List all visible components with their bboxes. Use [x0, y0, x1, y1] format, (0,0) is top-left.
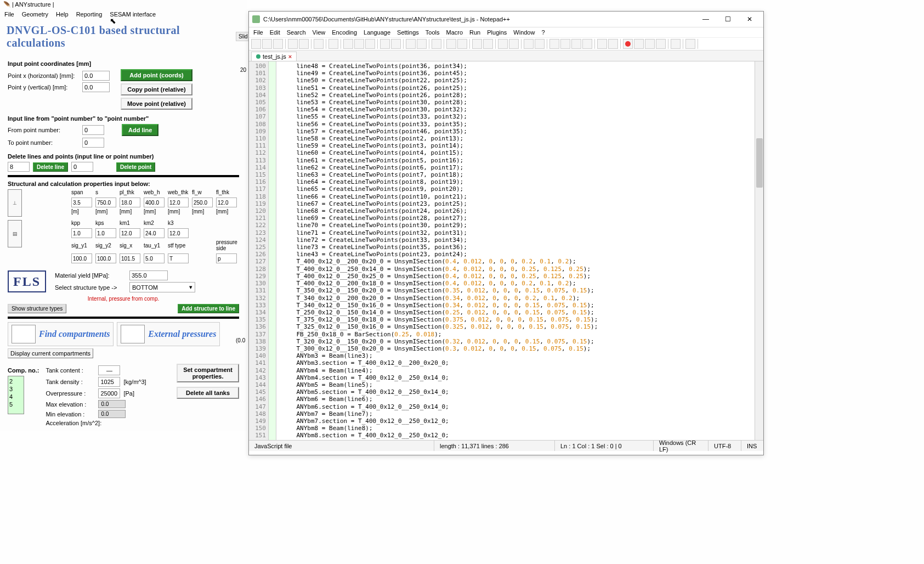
set-compartment-button[interactable]: Set compartment properties.: [177, 364, 239, 382]
px-input[interactable]: [82, 71, 110, 81]
file-tab[interactable]: test_js.js ×: [251, 52, 297, 61]
list-item[interactable]: 3: [9, 385, 22, 393]
editor[interactable]: 100 101 102 103 104 105 106 107 108 109 …: [249, 61, 763, 440]
tank-content-dropdown[interactable]: —: [98, 365, 120, 375]
toolbar-icon[interactable]: [343, 39, 353, 49]
toolbar-icon[interactable]: [597, 39, 607, 49]
prop-input[interactable]: [120, 253, 140, 263]
toolbar-icon[interactable]: [446, 39, 456, 49]
toolbar-icon[interactable]: [645, 39, 655, 49]
toolbar-icon[interactable]: [251, 39, 261, 49]
toolbar-icon[interactable]: [273, 39, 283, 49]
toolbar-icon[interactable]: [406, 39, 416, 49]
prop-input[interactable]: [168, 228, 189, 238]
delete-point-input[interactable]: [71, 162, 93, 172]
menu-sesam-interface[interactable]: SESAM interface: [110, 11, 156, 18]
npp-menu-item[interactable]: Settings: [397, 29, 419, 36]
npp-menu-item[interactable]: Edit: [270, 29, 280, 36]
menu-file[interactable]: File: [4, 11, 14, 18]
prop-input[interactable]: [71, 228, 92, 238]
npp-title-bar[interactable]: C:\Users\nmm000756\Documents\GitHub\ANYs…: [249, 12, 763, 27]
npp-menu-item[interactable]: Macro: [446, 29, 463, 36]
prop-input[interactable]: [120, 228, 140, 238]
npp-menu-item[interactable]: ?: [541, 29, 545, 36]
npp-menu-item[interactable]: Window: [513, 29, 535, 36]
show-structure-types-button[interactable]: Show structure types: [8, 304, 66, 313]
delete-line-input[interactable]: [8, 162, 30, 172]
copy-point-button[interactable]: Copy point (relative): [121, 83, 192, 95]
toolbar-icon[interactable]: [560, 39, 570, 49]
prop-input[interactable]: [71, 198, 92, 207]
prop-input[interactable]: [168, 253, 189, 263]
overpressure-input[interactable]: [98, 388, 120, 398]
toolbar-icon[interactable]: [608, 39, 618, 49]
record-macro-icon[interactable]: [623, 39, 633, 49]
toolbar-icon[interactable]: [549, 39, 559, 49]
close-button[interactable]: ✕: [739, 13, 760, 25]
code-area[interactable]: line48 = CreateLineTwoPoints(point36, po…: [276, 61, 755, 440]
toolbar-icon[interactable]: [509, 39, 519, 49]
toolbar-icon[interactable]: [365, 39, 375, 49]
toolbar-icon[interactable]: [262, 39, 272, 49]
prop-input[interactable]: [95, 228, 116, 238]
scroll-thumb[interactable]: [756, 138, 763, 188]
toolbar-icon[interactable]: [634, 39, 644, 49]
npp-menu-item[interactable]: View: [313, 29, 326, 36]
prop-input[interactable]: [95, 198, 116, 207]
npp-menu-item[interactable]: Plugins: [487, 29, 507, 36]
tab-close-icon[interactable]: ×: [288, 53, 292, 60]
add-point-button[interactable]: Add point (coords): [121, 69, 192, 81]
tank-density-input[interactable]: [98, 377, 120, 387]
toolbar-icon[interactable]: [571, 39, 581, 49]
prop-input[interactable]: [120, 198, 140, 207]
add-line-button[interactable]: Add line: [122, 124, 158, 136]
toolbar-icon[interactable]: [457, 39, 467, 49]
prop-input[interactable]: [144, 198, 165, 207]
move-point-button[interactable]: Move point (relative): [121, 98, 192, 110]
toolbar-icon[interactable]: [288, 39, 298, 49]
struct-type-dropdown[interactable]: BOTTOM ▾: [129, 282, 195, 292]
toolbar-icon[interactable]: [498, 39, 508, 49]
npp-menu-item[interactable]: Tools: [426, 29, 440, 36]
to-point-input[interactable]: [82, 138, 104, 148]
menu-reporting[interactable]: Reporting: [76, 11, 103, 18]
external-pressures-button[interactable]: External pressures: [117, 322, 220, 346]
menu-geometry[interactable]: Geometry: [22, 11, 48, 18]
material-yield-input[interactable]: [129, 270, 168, 280]
maximize-button[interactable]: ☐: [717, 13, 738, 25]
menu-help[interactable]: Help: [56, 11, 69, 18]
prop-input[interactable]: [168, 198, 189, 207]
list-item[interactable]: 5: [9, 401, 22, 408]
toolbar-icon[interactable]: [417, 39, 427, 49]
toolbar-icon[interactable]: [328, 39, 338, 49]
py-input[interactable]: [82, 82, 110, 92]
npp-menu-item[interactable]: Run: [469, 29, 480, 36]
find-compartments-button[interactable]: Find compartments: [8, 322, 114, 346]
prop-input[interactable]: [71, 253, 92, 263]
prop-input[interactable]: [144, 228, 165, 238]
toolbar-icon[interactable]: [582, 39, 592, 49]
toolbar-icon[interactable]: [656, 39, 666, 49]
prop-input[interactable]: [216, 198, 237, 207]
display-compartments-button[interactable]: Display current compartments: [8, 348, 93, 358]
prop-input[interactable]: [144, 253, 165, 263]
prop-input[interactable]: [192, 198, 213, 207]
npp-menu-item[interactable]: Language: [364, 29, 390, 36]
minimize-button[interactable]: —: [695, 13, 716, 25]
list-item[interactable]: 4: [9, 393, 22, 401]
toolbar-icon[interactable]: [472, 39, 482, 49]
npp-menu-item[interactable]: File: [253, 29, 263, 36]
vertical-scrollbar[interactable]: [755, 61, 763, 440]
npp-menu-item[interactable]: Search: [287, 29, 306, 36]
toolbar-icon[interactable]: [299, 39, 309, 49]
toolbar-icon[interactable]: [391, 39, 401, 49]
delete-all-tanks-button[interactable]: Delete all tanks: [177, 387, 239, 399]
toolbar-icon[interactable]: [535, 39, 545, 49]
npp-menu-item[interactable]: Encoding: [332, 29, 357, 36]
toolbar-icon[interactable]: [380, 39, 390, 49]
compartment-list[interactable]: 2345: [8, 376, 24, 414]
toolbar-icon[interactable]: [432, 39, 441, 49]
toolbar-icon[interactable]: [524, 39, 534, 49]
from-point-input[interactable]: [82, 125, 104, 135]
toolbar-icon[interactable]: [685, 39, 695, 49]
